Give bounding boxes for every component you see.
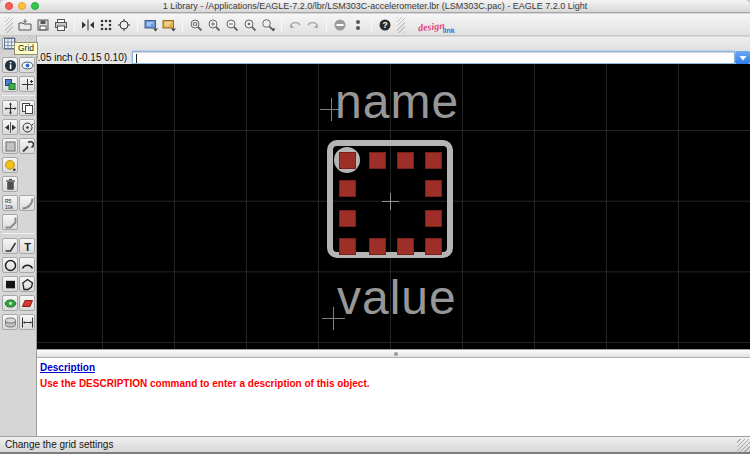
zoom-redraw-dropdown-button[interactable] <box>260 17 276 33</box>
pad-icon <box>4 297 17 310</box>
save-button[interactable] <box>35 17 51 33</box>
smd-pad[interactable] <box>425 180 442 197</box>
info-tool[interactable] <box>2 57 18 73</box>
grid-tooltip: Grid <box>14 42 38 55</box>
zoom-select-icon <box>243 18 257 32</box>
help-icon: ? <box>378 18 392 32</box>
mark-tool[interactable] <box>19 76 35 92</box>
description-link[interactable]: Description <box>40 362 95 373</box>
smd-pad[interactable] <box>339 210 356 227</box>
open-icon <box>18 18 32 32</box>
text-caret <box>136 54 137 63</box>
redo-icon <box>306 18 320 32</box>
value-origin-cross <box>333 307 334 330</box>
edit-package-button[interactable] <box>98 17 114 33</box>
arc-tool[interactable] <box>19 257 35 273</box>
stop-button[interactable] <box>332 17 348 33</box>
open-button[interactable] <box>17 17 33 33</box>
hole-tool[interactable] <box>2 314 18 330</box>
wire-tool[interactable] <box>2 238 18 254</box>
wrench-icon <box>21 140 34 153</box>
paste-tool[interactable] <box>2 157 18 173</box>
rect-tool[interactable] <box>2 276 18 292</box>
coordinate-display: 0.05 inch (-0.15 0.10) <box>28 51 132 64</box>
change-tool[interactable] <box>19 138 35 154</box>
copy-tool[interactable] <box>19 100 35 116</box>
toolbar-separator <box>281 17 282 32</box>
status-text: Change the grid settings <box>5 439 113 450</box>
grid-toolbar <box>0 37 750 51</box>
svg-text:R5: R5 <box>5 197 12 203</box>
smd-icon <box>21 297 34 310</box>
smd-pad[interactable] <box>369 152 386 169</box>
edit-device-button[interactable] <box>80 17 96 33</box>
measure-tool[interactable] <box>19 314 35 330</box>
smd-pad[interactable] <box>425 210 442 227</box>
edit-symbol-button[interactable] <box>116 17 132 33</box>
rotate-icon <box>21 121 34 134</box>
undo-icon <box>288 18 302 32</box>
go-button[interactable] <box>350 17 366 33</box>
polygon-tool[interactable] <box>19 276 35 292</box>
panel-splitter[interactable] <box>37 349 750 358</box>
smd-pad[interactable] <box>397 152 414 169</box>
device-dropdown-button[interactable] <box>143 17 159 33</box>
pad-tool[interactable] <box>2 295 18 311</box>
help-button[interactable]: ? <box>377 17 393 33</box>
smd-pad[interactable] <box>339 152 356 169</box>
miter-tool[interactable] <box>19 195 35 211</box>
smd-pad[interactable] <box>425 238 442 255</box>
zoom-fit-icon <box>189 18 203 32</box>
smd-tool[interactable] <box>19 295 35 311</box>
svg-text:T: T <box>24 241 31 253</box>
undo-button[interactable] <box>287 17 303 33</box>
circle-tool[interactable] <box>2 257 18 273</box>
tool-palette: R510k T <box>0 36 37 438</box>
print-button[interactable] <box>53 17 69 33</box>
package-value-text[interactable]: value <box>337 274 457 322</box>
smd-pad[interactable] <box>369 238 386 255</box>
zoom-out-button[interactable] <box>224 17 240 33</box>
show-tool[interactable] <box>19 57 35 73</box>
smd-pad[interactable] <box>425 152 442 169</box>
zoom-select-button[interactable] <box>242 17 258 33</box>
text-tool[interactable]: T <box>19 238 35 254</box>
package-origin-cross <box>390 193 391 210</box>
smd-pad[interactable] <box>339 238 356 255</box>
display-tool[interactable] <box>2 76 18 92</box>
zoom-in-button[interactable] <box>206 17 222 33</box>
package-dropdown-button[interactable] <box>161 17 177 33</box>
smd-pad[interactable] <box>339 180 356 197</box>
main-toolbar: ? designlink <box>0 14 750 36</box>
move-tool[interactable] <box>2 100 18 116</box>
svg-text:10k: 10k <box>5 204 14 210</box>
delete-tool[interactable] <box>2 176 18 192</box>
toolbar-grip <box>5 17 13 33</box>
eye-icon <box>21 59 34 72</box>
close-button[interactable] <box>5 2 13 10</box>
logo-link-text: link <box>443 27 455 34</box>
split-tool[interactable] <box>2 214 18 230</box>
resize-grip[interactable] <box>737 439 750 452</box>
title-bar: 1 Library - /Applications/EAGLE-7.2.0/lb… <box>0 0 750 13</box>
mirror-tool[interactable] <box>2 119 18 135</box>
name-tool[interactable]: R510k <box>2 195 18 211</box>
command-input[interactable] <box>132 51 735 64</box>
zoom-window-button[interactable] <box>31 2 39 10</box>
paste-icon <box>4 159 17 172</box>
group-tool[interactable] <box>2 138 18 154</box>
canvas[interactable]: name value <box>37 64 750 349</box>
package-name-text[interactable]: name <box>335 78 459 126</box>
mirror-icon <box>4 121 17 134</box>
device-dropdown-icon <box>144 18 159 32</box>
group-icon <box>4 140 17 153</box>
redo-button[interactable] <box>305 17 321 33</box>
minimize-button[interactable] <box>18 2 26 10</box>
zoom-fit-button[interactable] <box>188 17 204 33</box>
rotate-tool[interactable] <box>19 119 35 135</box>
arc-icon <box>21 259 34 272</box>
name-icon: R510k <box>4 197 17 210</box>
smd-pad[interactable] <box>397 238 414 255</box>
command-history-dropdown[interactable] <box>735 51 750 64</box>
grid-icon <box>4 38 15 49</box>
